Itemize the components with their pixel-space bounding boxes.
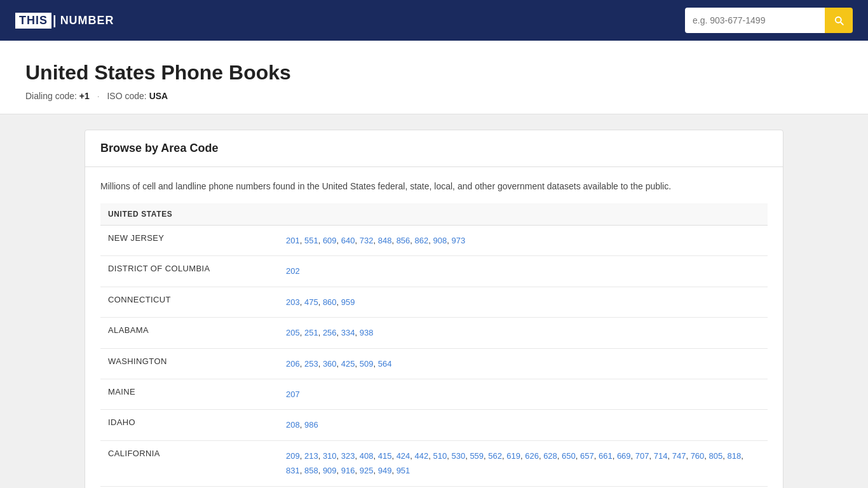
area-code-link[interactable]: 818 [728,451,742,461]
area-code-link[interactable]: 669 [617,451,631,461]
area-code-link[interactable]: 442 [415,451,429,461]
page-meta: Dialing code: +1 · ISO code: USA [25,91,843,101]
state-name: WASHINGTON [100,348,278,379]
area-code-link[interactable]: 609 [323,236,337,245]
area-code-link[interactable]: 208 [286,420,300,430]
area-code-link[interactable]: 415 [378,451,392,461]
area-code-link[interactable]: 202 [286,266,300,276]
area-code-link[interactable]: 205 [286,328,300,337]
area-code-link[interactable]: 661 [599,451,613,461]
table-row: IDAHO208, 986 [100,410,768,440]
table-row: CALIFORNIA209, 213, 310, 323, 408, 415, … [100,440,768,486]
area-code-link[interactable]: 206 [286,359,300,369]
area-code-link[interactable]: 858 [304,466,318,475]
area-code-link[interactable]: 323 [341,451,355,461]
area-code-link[interactable]: 650 [562,451,576,461]
area-code-link[interactable]: 916 [341,466,355,475]
area-code-link[interactable]: 949 [378,466,392,475]
area-code-link[interactable]: 628 [543,451,557,461]
area-code-link[interactable]: 959 [341,297,355,307]
area-codes: 201, 551, 609, 640, 732, 848, 856, 862, … [278,226,768,256]
area-code-link[interactable]: 562 [488,451,502,461]
area-code-link[interactable]: 251 [304,328,318,337]
area-code-link[interactable]: 848 [378,236,392,245]
search-icon [833,15,844,26]
area-code-link[interactable]: 510 [433,451,447,461]
area-code-link[interactable]: 747 [672,451,686,461]
area-codes: 205, 251, 256, 334, 938 [278,318,768,348]
area-code-link[interactable]: 213 [304,451,318,461]
card-description: Millions of cell and landline phone numb… [100,180,768,193]
iso-code-value: USA [149,91,168,101]
area-code-link[interactable]: 360 [323,359,337,369]
card-body: Millions of cell and landline phone numb… [85,167,783,488]
area-code-link[interactable]: 253 [304,359,318,369]
area-code-link[interactable]: 310 [323,451,337,461]
logo-separator: | [53,13,57,28]
logo-this: THIS [15,13,51,29]
area-code-link[interactable]: 256 [323,328,337,337]
page-title: United States Phone Books [25,61,843,85]
area-code-link[interactable]: 925 [360,466,374,475]
area-code-link[interactable]: 860 [323,297,337,307]
area-code-link[interactable]: 209 [286,451,300,461]
area-code-link[interactable]: 938 [360,328,374,337]
area-code-link[interactable]: 714 [654,451,668,461]
area-code-link[interactable]: 805 [709,451,723,461]
area-code-link[interactable]: 831 [286,466,300,475]
dialing-code-label: Dialing code: [25,91,77,101]
table-row: WASHINGTON206, 253, 360, 425, 509, 564 [100,348,768,379]
area-code-link[interactable]: 530 [451,451,465,461]
area-code-link[interactable]: 657 [580,451,594,461]
state-name: DISTRICT OF COLUMBIA [100,256,278,287]
area-code-link[interactable]: 626 [525,451,539,461]
page-header: United States Phone Books Dialing code: … [0,41,868,114]
area-code-link[interactable]: 760 [691,451,705,461]
area-code-link[interactable]: 564 [378,359,392,369]
area-code-link[interactable]: 951 [397,466,410,475]
area-code-link[interactable]: 203 [286,297,300,307]
area-code-link[interactable]: 425 [341,359,355,369]
area-code-link[interactable]: 201 [286,236,300,245]
dialing-code-value: +1 [79,91,90,101]
area-code-link[interactable]: 973 [451,236,465,245]
state-name: MAINE [100,379,278,409]
state-name: NEW JERSEY [100,226,278,256]
area-code-link[interactable]: 551 [304,236,318,245]
iso-code-label: ISO code: [107,91,146,101]
search-form [685,8,853,33]
main-content: Browse by Area Code Millions of cell and… [0,114,868,488]
area-code-link[interactable]: 908 [433,236,447,245]
area-code-link[interactable]: 408 [360,451,374,461]
state-name: ALABAMA [100,318,278,348]
area-code-link[interactable]: 334 [341,328,355,337]
meta-separator: · [97,91,100,101]
area-code-link[interactable]: 986 [304,420,318,430]
table-header: UNITED STATES [100,203,768,226]
site-header: THIS | NUMBER [0,0,868,41]
search-input[interactable] [685,8,825,33]
area-codes: 206, 253, 360, 425, 509, 564 [278,348,768,379]
table-row: MAINE207 [100,379,768,409]
logo-link[interactable]: THIS | NUMBER [15,13,114,29]
area-codes: 203, 475, 860, 959 [278,287,768,317]
area-codes: 207 [278,379,768,409]
area-code-link[interactable]: 707 [635,451,649,461]
area-code-link[interactable]: 856 [397,236,410,245]
area-code-table: UNITED STATES NEW JERSEY201, 551, 609, 6… [100,203,768,488]
area-code-link[interactable]: 862 [415,236,429,245]
area-codes: 209, 213, 310, 323, 408, 415, 424, 442, … [278,440,768,486]
area-code-link[interactable]: 559 [470,451,484,461]
area-code-link[interactable]: 207 [286,390,300,399]
area-code-link[interactable]: 732 [360,236,374,245]
area-code-link[interactable]: 509 [360,359,374,369]
search-button[interactable] [825,8,853,33]
logo-number: NUMBER [60,14,114,27]
table-row: NEW JERSEY201, 551, 609, 640, 732, 848, … [100,226,768,256]
area-code-link[interactable]: 424 [397,451,410,461]
area-code-link[interactable]: 640 [341,236,355,245]
area-code-link[interactable]: 909 [323,466,337,475]
area-code-link[interactable]: 619 [506,451,520,461]
card-title: Browse by Area Code [85,130,783,167]
area-code-link[interactable]: 475 [304,297,318,307]
